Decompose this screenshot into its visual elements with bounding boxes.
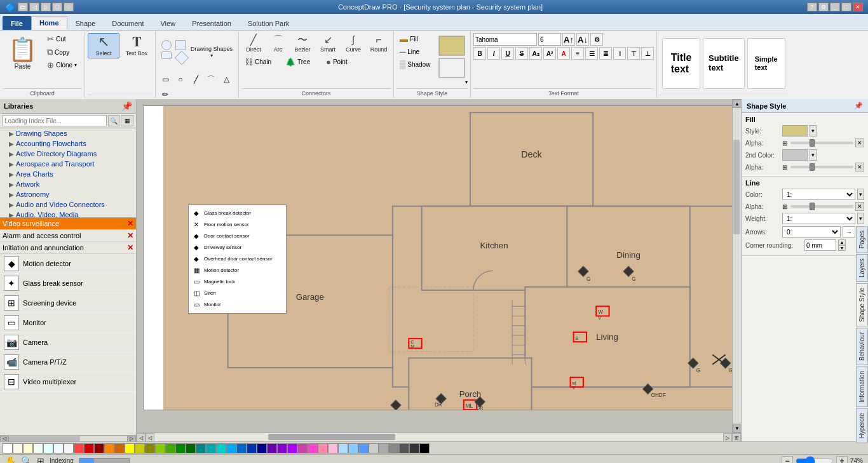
color-swatch-lightyellow1[interactable] [13, 443, 23, 453]
titlebar-icon1[interactable]: 🗁 [18, 3, 28, 11]
underline-button[interactable]: U [501, 47, 514, 60]
curve-button[interactable]: ∫ Curve [341, 33, 365, 55]
color-swatch-white[interactable] [3, 443, 13, 453]
tab-solution-park[interactable]: Solution Park [240, 16, 297, 30]
cat-item-alarm[interactable]: Alarm and access control ✕ [0, 230, 136, 242]
color-swatch-black[interactable] [419, 443, 430, 453]
scroll-up-btn[interactable]: ▲ [733, 99, 741, 108]
color-swatch-lightgreen1[interactable] [33, 443, 43, 453]
copy-button[interactable]: ⧉ Copy [44, 46, 82, 58]
color-swatch-rose[interactable] [318, 443, 328, 453]
color-swatch-blue2[interactable] [236, 443, 247, 453]
color-swatch-lightgray1[interactable] [64, 443, 74, 453]
corner-rounding-input[interactable] [804, 239, 836, 251]
align-left-button[interactable]: ≡ [571, 47, 584, 60]
align-center-button[interactable]: ☰ [585, 47, 598, 60]
fill-alpha-slider[interactable] [790, 142, 853, 144]
select-button[interactable]: ↖ Select [88, 33, 119, 58]
win-settings[interactable]: ⚙ [818, 3, 829, 11]
canvas-options-btn[interactable]: ⊞ [732, 433, 741, 441]
second-color-button[interactable] [782, 149, 808, 161]
fill-button[interactable]: ▬ Fill [397, 33, 435, 45]
smart-button[interactable]: ↙ Smart [316, 33, 340, 55]
tab-shape[interactable]: Shape [67, 16, 104, 30]
lib-item-accounting[interactable]: ▶ Accounting Flowcharts [0, 138, 136, 149]
justify-button[interactable]: ⁞ [613, 47, 626, 60]
tab-file[interactable]: File [3, 16, 31, 30]
fill-style-dropdown[interactable]: ▾ [810, 125, 817, 137]
search-tool-icon[interactable]: 🔍 [21, 456, 32, 464]
lib-item-artwork[interactable]: ▶ Artwork [0, 179, 136, 189]
fill-color-button[interactable] [782, 125, 808, 137]
cat-close-icon[interactable]: ✕ [127, 243, 133, 252]
poly-tool[interactable]: △ [219, 72, 233, 86]
second-alpha-reset[interactable]: ✕ [855, 163, 864, 171]
title-style-simple[interactable]: Simpletext [747, 38, 785, 89]
titlebar-icon4[interactable]: ⬡ [52, 3, 62, 11]
color-swatch-yellow2[interactable] [135, 443, 145, 453]
scroll-right-btn[interactable]: ▷ [127, 436, 136, 442]
direct-button[interactable]: ╱ Direct [241, 33, 266, 55]
hyperote-tab[interactable]: Hyperote [856, 408, 868, 443]
lib-search-input[interactable] [3, 115, 107, 126]
color-swatch-ltpink[interactable] [328, 443, 338, 453]
cut-button[interactable]: ✂ Cut [44, 33, 82, 45]
scroll-left-btn[interactable]: ◁ [0, 436, 9, 442]
grow-font-button[interactable]: A↑ [562, 33, 575, 46]
line-style-button[interactable]: ─ Line [397, 46, 435, 58]
color-swatch-ltblue1[interactable] [338, 443, 348, 453]
fill-alpha-reset[interactable]: ✕ [855, 138, 864, 147]
arc-button[interactable]: ⌒ Arc [267, 33, 289, 55]
tab-document[interactable]: Document [104, 16, 152, 30]
color-swatch-gray5[interactable] [409, 443, 419, 453]
title-style-subtitle[interactable]: Subtitletext [703, 38, 745, 89]
tab-presentation[interactable]: Presentation [184, 16, 240, 30]
hand-tool-icon[interactable]: ✋ [5, 456, 16, 464]
color-swatch-teal2[interactable] [206, 443, 216, 453]
color-swatch-blue1[interactable] [226, 443, 236, 453]
pin-icon[interactable]: 📌 [121, 101, 132, 111]
color-swatch-violet[interactable] [287, 443, 297, 453]
color-swatch-gray3[interactable] [389, 443, 399, 453]
ellipse-tool[interactable]: ○ [173, 72, 187, 86]
titlebar-icon5[interactable]: ☆ [64, 3, 74, 11]
color-swatch-gray4[interactable] [399, 443, 409, 453]
title-style-title[interactable]: Titletext [662, 38, 700, 89]
color-swatch-green2[interactable] [165, 443, 175, 453]
arrows-select[interactable]: 0: [782, 226, 841, 238]
color-swatch-ltblue3[interactable] [358, 443, 369, 453]
color-swatch-green4[interactable] [186, 443, 196, 453]
pages-tab[interactable]: Pages [856, 226, 868, 253]
h-scroll-right-btn[interactable]: ▷ [723, 433, 732, 441]
titlebar-icon2[interactable]: ◁ [29, 3, 39, 11]
color-swatch-lightyellow2[interactable] [23, 443, 33, 453]
fit-tool-icon[interactable]: ⊞ [37, 456, 44, 464]
behaviour-tab[interactable]: Behaviour [856, 328, 868, 365]
win-help[interactable]: ? [807, 3, 817, 11]
valign-button[interactable]: ⊤ [627, 47, 640, 60]
font-color-button[interactable]: A [557, 47, 570, 60]
page-prev-btn[interactable]: ◁ [146, 433, 154, 441]
color-swatch-orange2[interactable] [114, 443, 125, 453]
cat-close-icon[interactable]: ✕ [127, 231, 133, 240]
color-swatch-blue3[interactable] [247, 443, 257, 453]
color-swatch-red1[interactable] [74, 443, 84, 453]
list-item[interactable]: 📹 Camera P/T/Z [0, 352, 136, 372]
color-swatch-gray2[interactable] [379, 443, 389, 453]
color-swatch-yellow3[interactable] [145, 443, 155, 453]
win-close[interactable]: ✕ [853, 3, 863, 11]
color-swatch-navy[interactable] [257, 443, 267, 453]
color-swatch-green3[interactable] [175, 443, 186, 453]
second-alpha-slider[interactable] [790, 166, 853, 168]
paste-button[interactable]: 📋 Paste [3, 33, 43, 73]
zoom-out-button[interactable]: − [782, 456, 793, 464]
font-size-input[interactable] [538, 33, 561, 46]
line-tool[interactable]: ╱ [189, 72, 203, 86]
chain-button[interactable]: ⛓ Chain [241, 56, 280, 68]
win-minimize[interactable]: _ [830, 3, 840, 11]
lib-item-area-charts[interactable]: ▶ Area Charts [0, 169, 136, 179]
list-item[interactable]: ⊟ Video multiplexer [0, 372, 136, 392]
cat-item-initiation[interactable]: Initiation and annunciation ✕ [0, 242, 136, 254]
corner-spin-up[interactable]: ▲ [838, 239, 846, 245]
line-color-select[interactable]: 1: [782, 189, 855, 200]
